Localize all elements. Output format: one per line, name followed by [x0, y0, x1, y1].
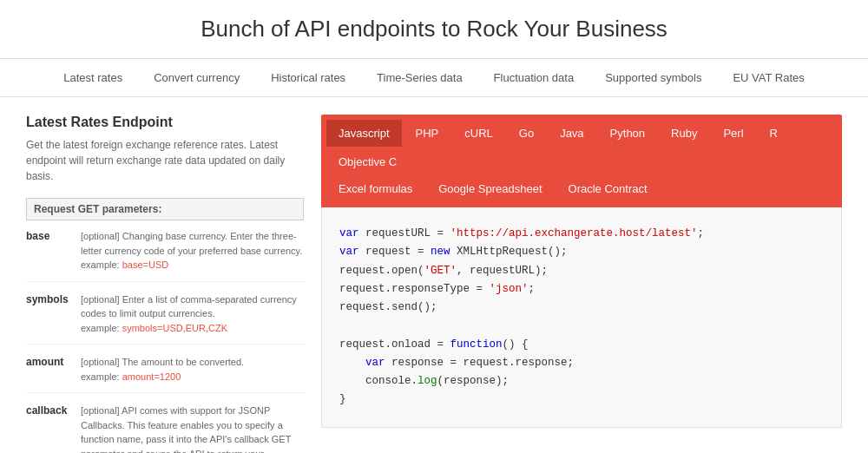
- lang-tab-excel[interactable]: Excel formulas: [326, 175, 424, 202]
- lang-tab-objective-c[interactable]: Objective C: [326, 148, 409, 175]
- lang-tab-perl[interactable]: Perl: [711, 120, 755, 147]
- param-name-symbols: symbols: [26, 292, 74, 336]
- nav-item-fluctuation[interactable]: Fluctuation data: [478, 59, 590, 96]
- param-link-amount[interactable]: amount=1200: [122, 371, 181, 382]
- nav-item-historical-rates[interactable]: Historical rates: [255, 59, 361, 96]
- endpoint-title: Latest Rates Endpoint: [26, 115, 304, 130]
- lang-tab-javascript[interactable]: Javascript: [326, 120, 402, 147]
- lang-tab-go[interactable]: Go: [507, 120, 546, 147]
- param-example-amount: example: amount=1200: [81, 371, 181, 382]
- param-example-base: example: base=USD: [81, 259, 168, 270]
- nav-item-time-series[interactable]: Time-Series data: [361, 59, 478, 96]
- param-link-base[interactable]: base=USD: [122, 259, 169, 270]
- lang-tab-ruby[interactable]: Ruby: [659, 120, 709, 147]
- param-base: base [optional] Changing base currency. …: [26, 229, 304, 282]
- lang-tab-google-spreadsheet[interactable]: Google Spreadsheet: [426, 175, 554, 202]
- left-panel: Latest Rates Endpoint Get the latest for…: [26, 115, 304, 453]
- param-callback: callback [optional] API comes with suppo…: [26, 404, 304, 453]
- right-panel: Javascript PHP cURL Go Java Python Ruby …: [321, 115, 842, 453]
- navigation: Latest rates Convert currency Historical…: [0, 58, 868, 97]
- param-example-symbols: example: symbols=USD,EUR,CZK: [81, 323, 227, 333]
- code-line-5: request.send();: [339, 299, 824, 317]
- lang-tabs-container: Javascript PHP cURL Go Java Python Ruby …: [321, 115, 842, 207]
- param-name-callback: callback: [26, 404, 74, 453]
- lang-tab-r[interactable]: R: [758, 120, 790, 147]
- code-block: var requestURL = 'https://api.exchangera…: [321, 207, 842, 428]
- param-name-base: base: [26, 229, 74, 272]
- nav-item-convert-currency[interactable]: Convert currency: [138, 59, 255, 96]
- param-desc-callback: [optional] API comes with support for JS…: [81, 404, 304, 453]
- code-line-8: var response = request.response;: [339, 354, 824, 372]
- code-line-1: var requestURL = 'https://api.exchangera…: [339, 225, 824, 243]
- code-line-10: }: [339, 391, 824, 409]
- nav-item-eu-vat[interactable]: EU VAT Rates: [717, 59, 819, 96]
- params-label: Request GET parameters:: [26, 198, 304, 220]
- param-desc-amount: [optional] The amount to be converted. e…: [81, 355, 244, 384]
- code-line-2: var request = new XMLHttpRequest();: [339, 243, 824, 261]
- code-line-3: request.open('GET', requestURL);: [339, 262, 824, 280]
- param-name-amount: amount: [26, 355, 74, 384]
- nav-item-latest-rates[interactable]: Latest rates: [48, 59, 138, 96]
- lang-tab-curl[interactable]: cURL: [452, 120, 505, 147]
- endpoint-desc: Get the latest foreign exchange referenc…: [26, 137, 304, 184]
- param-desc-symbols: [optional] Enter a list of comma-separat…: [81, 292, 304, 336]
- lang-tab-python[interactable]: Python: [598, 120, 657, 147]
- lang-tab-java[interactable]: Java: [548, 120, 595, 147]
- code-line-9: console.log(response);: [339, 372, 824, 391]
- lang-tab-php[interactable]: PHP: [404, 120, 451, 147]
- code-line-7: request.onload = function() {: [339, 336, 824, 354]
- lang-tabs-row2: Excel formulas Google Spreadsheet Oracle…: [321, 175, 842, 207]
- param-amount: amount [optional] The amount to be conve…: [26, 355, 304, 393]
- code-line-4: request.responseType = 'json';: [339, 280, 824, 299]
- lang-tabs-row1: Javascript PHP cURL Go Java Python Ruby …: [321, 115, 842, 175]
- page-title: Bunch of API endpoints to Rock Your Busi…: [0, 0, 868, 58]
- lang-tab-oracle[interactable]: Oracle Contract: [556, 175, 660, 202]
- param-desc-base: [optional] Changing base currency. Enter…: [81, 229, 304, 272]
- nav-item-supported-symbols[interactable]: Supported symbols: [589, 59, 717, 96]
- param-symbols: symbols [optional] Enter a list of comma…: [26, 292, 304, 345]
- param-link-symbols[interactable]: symbols=USD,EUR,CZK: [122, 323, 227, 333]
- main-content: Latest Rates Endpoint Get the latest for…: [0, 97, 868, 453]
